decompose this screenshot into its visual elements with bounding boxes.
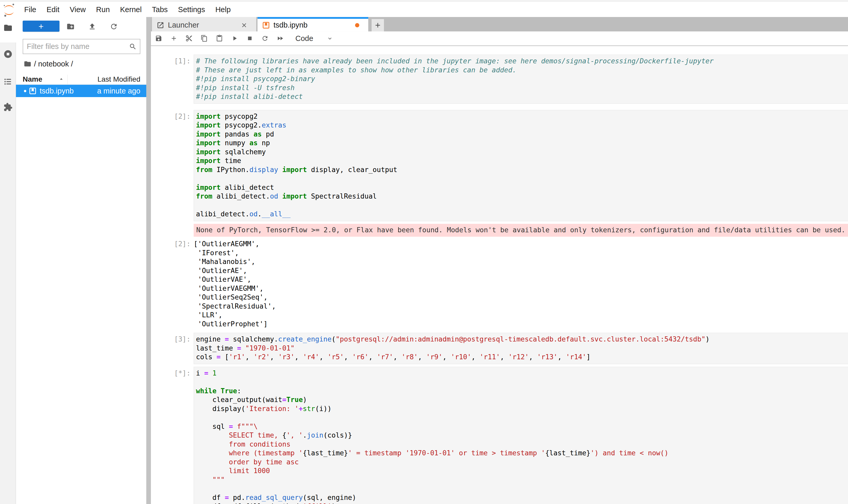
refresh-file-list-button[interactable] [110, 22, 118, 31]
output-line: 'LLR', [194, 311, 848, 320]
main-dock-panel: Launchertsdb.ipynb Code [1]:# The follow… [151, 17, 848, 504]
fast-forward-icon [276, 35, 284, 42]
save-icon [155, 35, 162, 42]
menu-tabs[interactable]: Tabs [147, 2, 173, 17]
new-launcher-button[interactable]: + [23, 21, 59, 32]
code-line: display('Iteration: '+str(i)) [196, 404, 848, 414]
code-line [196, 484, 848, 493]
upload-files-button[interactable] [88, 22, 96, 31]
code-line: # The following libraries have already b… [196, 57, 848, 66]
code-cell: [*]:i = 1 while True: clear_output(wait=… [151, 367, 848, 504]
code-editor[interactable]: engine = sqlalchemy.create_engine("postg… [194, 333, 848, 364]
copy-icon [201, 35, 208, 42]
cell-prompt [151, 224, 194, 237]
copy-cells-button[interactable] [201, 35, 208, 42]
cell-type-dropdown[interactable]: Code [295, 34, 333, 43]
code-line: """ [196, 476, 848, 485]
output-line: 'OutlierProphet'] [194, 320, 848, 329]
output-line: 'Mahalanobis', [194, 257, 848, 267]
tab-label: tsdb.ipynb [273, 21, 307, 29]
unsaved-changes-dot[interactable] [354, 22, 360, 28]
sidebar-table-of-contents[interactable] [0, 74, 16, 89]
file-list: tsdb.ipynba minute ago [16, 85, 146, 97]
close-icon[interactable] [240, 21, 248, 29]
column-header-name[interactable]: Name [23, 75, 42, 84]
code-line: alibi_detect.od.__all__ [196, 210, 848, 219]
chevron-down-icon [326, 35, 333, 42]
code-line [196, 378, 848, 387]
paste-cells-button[interactable] [216, 35, 223, 42]
code-line: df = pd.read_sql_query(sql, engine) [196, 493, 848, 502]
menu-edit[interactable]: Edit [41, 2, 65, 17]
stop-icon [246, 35, 253, 42]
code-cell: [1]:# The following libraries have alrea… [151, 55, 848, 104]
plus-icon [374, 21, 382, 29]
file-name: tsdb.ipynb [40, 87, 74, 95]
warning-text: None of PyTorch, TensorFlow >= 2.0, or F… [196, 226, 848, 235]
code-editor[interactable]: i = 1 while True: clear_output(wait=True… [194, 367, 848, 504]
jupyter-logo-icon [3, 2, 15, 17]
code-line: where (timestamp '{last_time}' = timesta… [196, 449, 848, 458]
file-row[interactable]: tsdb.ipynba minute ago [16, 85, 146, 97]
new-tab-button[interactable] [372, 19, 384, 32]
run-icon [231, 35, 238, 42]
tab-tsdb-ipynb[interactable]: tsdb.ipynb [257, 17, 368, 32]
running-dot [24, 90, 26, 92]
code-line: import numpy as np [196, 139, 848, 148]
code-line: from conditions [196, 440, 848, 449]
cell-prompt: [2]: [151, 240, 194, 329]
code-line: # These are just left in as examples to … [196, 66, 848, 75]
sidebar-extension-manager[interactable] [0, 100, 16, 114]
breadcrumb[interactable]: / notebook / [24, 59, 73, 69]
interrupt-kernel-button[interactable] [246, 35, 253, 42]
menu-file[interactable]: File [19, 2, 41, 17]
menu-run[interactable]: Run [91, 2, 115, 17]
code-line: from IPython.display import display, cle… [196, 166, 848, 175]
code-line [196, 201, 848, 210]
cell-type-label: Code [295, 34, 313, 43]
tab-launcher[interactable]: Launcher [152, 17, 256, 32]
folder-icon [3, 23, 13, 33]
output-line: 'IForest', [194, 249, 848, 258]
restart-and-run-all-button[interactable] [276, 35, 284, 42]
cut-icon [185, 35, 193, 42]
menu-settings[interactable]: Settings [173, 2, 210, 17]
cut-cells-button[interactable] [185, 35, 193, 42]
menu-bar: FileEditViewRunKernelTabsSettingsHelp [0, 2, 848, 17]
code-editor[interactable]: # The following libraries have already b… [194, 55, 848, 104]
file-browser-panel: + / notebook / Name Last Modified tsdb.i… [16, 17, 146, 504]
code-editor[interactable]: import psycopg2import psycopg2.extrasimp… [194, 110, 848, 221]
menu-kernel[interactable]: Kernel [115, 2, 147, 17]
output-line: 'SpectralResidual', [194, 302, 848, 311]
stderr-output: None of PyTorch, TensorFlow >= 2.0, or F… [194, 224, 848, 237]
code-cell: [3]:engine = sqlalchemy.create_engine("p… [151, 333, 848, 364]
warning-cell: None of PyTorch, TensorFlow >= 2.0, or F… [151, 224, 848, 237]
menu-view[interactable]: View [65, 2, 91, 17]
breadcrumb-path[interactable]: / notebook / [34, 60, 73, 68]
paste-icon [216, 35, 223, 42]
column-header-last-modified[interactable]: Last Modified [97, 75, 140, 84]
sort-ascending-icon [59, 77, 64, 82]
cell-prompt: [3]: [151, 333, 194, 364]
new-folder-icon [67, 22, 75, 31]
code-line: clear_output(wait=True) [196, 396, 848, 404]
menu-help[interactable]: Help [210, 2, 236, 17]
new-folder-button[interactable] [67, 22, 75, 31]
sidebar-running-sessions[interactable] [0, 47, 16, 61]
refresh-icon [110, 22, 118, 31]
filter-files-input[interactable] [23, 42, 129, 51]
run-cell-button[interactable] [231, 35, 238, 42]
save-button[interactable] [155, 35, 162, 42]
output-line: 'OutlierVAEGMM', [194, 284, 848, 293]
output-line: 'OutlierSeq2Seq', [194, 293, 848, 302]
add-cell-button[interactable] [170, 35, 177, 42]
notebook-icon [29, 87, 37, 95]
cell-prompt: [2]: [151, 110, 194, 221]
panel-split-handle[interactable] [146, 17, 151, 504]
sidebar-file-browser[interactable] [0, 21, 16, 35]
restart-kernel-button[interactable] [261, 35, 269, 42]
file-last-modified: a minute ago [97, 87, 140, 95]
folder-icon [24, 60, 32, 68]
toc-icon [3, 77, 13, 86]
code-line: import psycopg2 [196, 112, 848, 121]
